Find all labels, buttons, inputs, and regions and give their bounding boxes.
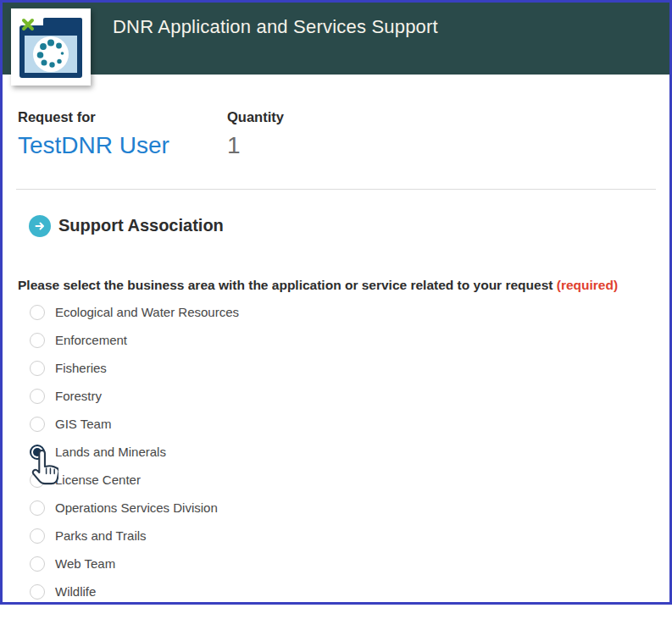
radio-option-label: Enforcement [55,333,127,347]
radio-button[interactable] [30,361,45,376]
support-association-section-header[interactable]: Support Association [16,214,656,237]
radio-option-wildlife[interactable]: Wildlife [16,578,656,605]
catalog-item-page: DNR Application and Services Support Req… [0,0,672,605]
radio-button[interactable] [30,528,45,544]
radio-button[interactable] [30,473,45,488]
page-header: DNR Application and Services Support [3,3,669,75]
radio-option-label: Forestry [55,389,102,403]
radio-option-lands-and-minerals[interactable]: Lands and Minerals [16,438,656,466]
radio-button[interactable] [30,333,45,348]
radio-option-web-team[interactable]: Web Team [16,550,656,578]
radio-option-operations-services-division[interactable]: Operations Services Division [16,494,656,522]
request-for-user-link[interactable]: TestDNR User [18,130,227,161]
request-for-column: Request for TestDNR User [18,108,227,161]
arrow-right-circle-icon [29,215,51,237]
radio-option-label: Operations Services Division [55,500,218,515]
quantity-label: Quantity [227,108,284,125]
radio-option-label: GIS Team [55,417,111,431]
question-text: Please select the business area with the… [18,278,553,292]
section-divider [16,189,656,190]
page-body: Request for TestDNR User Quantity 1 Supp… [3,108,669,605]
radio-button[interactable] [30,584,45,600]
radio-button[interactable] [30,305,45,320]
radio-button[interactable] [30,556,45,572]
radio-button[interactable] [30,500,45,516]
radio-option-label: License Center [55,473,141,487]
radio-button-selected[interactable] [30,445,45,460]
radio-option-gis-team[interactable]: GIS Team [16,410,656,438]
radio-option-parks-and-trails[interactable]: Parks and Trails [16,522,656,550]
page-title: DNR Application and Services Support [113,16,438,38]
radio-option-label: Lands and Minerals [55,445,166,459]
radio-option-label: Wildlife [55,584,96,599]
radio-option-forestry[interactable]: Forestry [16,382,656,410]
radio-option-fisheries[interactable]: Fisheries [16,354,656,382]
radio-option-label: Parks and Trails [55,528,147,543]
radio-option-license-center[interactable]: License Center [16,466,656,494]
quantity-value: 1 [227,130,284,161]
business-area-question: Please select the business area with the… [16,278,656,293]
business-area-radio-group: Ecological and Water Resources Enforceme… [16,298,656,605]
radio-option-label: Web Team [55,556,115,571]
request-meta-row: Request for TestDNR User Quantity 1 [16,108,656,161]
section-title: Support Association [58,216,224,235]
required-indicator: (required) [557,278,618,292]
catalog-item-folder-icon [11,8,91,86]
radio-option-label: Ecological and Water Resources [55,305,239,319]
radio-button[interactable] [30,417,45,432]
request-for-label: Request for [18,108,227,125]
radio-option-ecological-and-water-resources[interactable]: Ecological and Water Resources [16,298,656,326]
radio-option-label: Fisheries [55,361,107,375]
quantity-column: Quantity 1 [227,108,284,161]
radio-button[interactable] [30,389,45,404]
radio-option-enforcement[interactable]: Enforcement [16,326,656,354]
